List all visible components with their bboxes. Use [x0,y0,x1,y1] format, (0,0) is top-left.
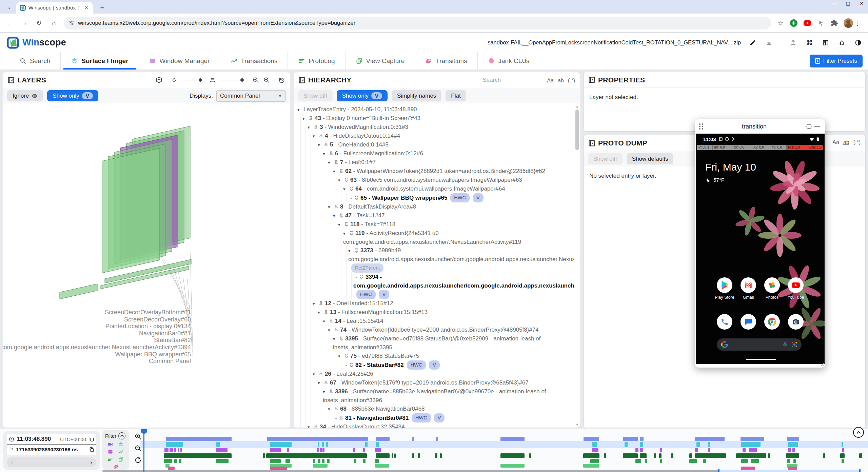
match-word-icon[interactable]: ab [558,78,564,84]
hierarchy-node[interactable]: ▾64 - com.android.systemui.wallpapers.Im… [294,184,574,193]
pin-icon[interactable] [329,389,333,394]
trace-segment[interactable] [786,453,799,458]
trace-segment[interactable] [376,453,390,458]
reload-icon[interactable]: ↻ [33,17,45,29]
trace-segment[interactable] [640,448,643,452]
tab-jank-cujs[interactable]: Jank CUJs [477,52,540,70]
panel-dock-icon[interactable] [8,77,14,83]
pin-icon[interactable] [339,169,343,174]
timeline-track-window-manager[interactable] [146,448,863,452]
layers-3d-view[interactable] [3,104,290,428]
timeline-track-protolog[interactable] [146,459,863,463]
extension-green-icon[interactable] [789,19,798,27]
window-manager-icon[interactable] [107,449,113,455]
match-word-icon[interactable]: ab [843,139,849,145]
trace-segment[interactable] [689,459,697,463]
trace-segment[interactable] [500,437,525,441]
window-maximize-icon[interactable]: ▢ [845,1,851,6]
trace-segment[interactable] [640,453,647,458]
extensions-puzzle-icon[interactable] [830,19,839,27]
trace-segment[interactable] [736,453,766,458]
trace-segment[interactable] [583,453,599,458]
tab-window-manager[interactable]: Window Manager [139,52,220,70]
panel-dock-icon[interactable] [589,140,595,146]
trace-segment[interactable] [166,442,183,447]
trace-segment[interactable] [749,448,757,452]
trace-segment[interactable] [842,459,844,463]
filter-collapse-icon[interactable] [118,432,125,439]
hierarchy-node[interactable]: •82 - StatusBar#82HWCV [294,360,574,370]
hierarchy-node[interactable]: ▾3396 - Surface(name=885b63e NavigationB… [294,387,574,405]
trace-segment[interactable] [751,459,759,463]
forward-icon[interactable]: → [18,17,30,29]
pin-icon[interactable] [349,363,354,368]
timeline-track-surface-flinger[interactable] [146,442,863,447]
collapse-arrow-icon[interactable]: ▾ [313,132,319,140]
collapse-arrow-icon[interactable]: ▾ [333,335,339,343]
hierarchy-node[interactable]: ▾LayerTraceEntry - 2024-05-10, 11:03:48.… [294,105,574,114]
google-search-bar[interactable] [717,338,802,351]
reset-zoom-icon[interactable] [134,456,142,464]
shortcuts-icon[interactable]: ⌘ [805,38,814,47]
tab-close-icon[interactable]: × [83,5,90,11]
displays-dropdown[interactable]: Common Panel ▼ [216,90,286,102]
rotation-slider[interactable] [181,80,205,80]
trace-segment[interactable] [604,453,606,458]
collapse-arrow-icon[interactable]: ▾ [333,167,339,176]
collapse-arrow-icon[interactable]: ▾ [318,379,324,387]
pin-icon[interactable] [314,425,318,428]
layer-label[interactable]: ScreenDecorOverlay#60 [124,316,191,323]
trace-segment[interactable] [412,437,414,441]
app-icon-photos[interactable] [764,277,780,293]
hierarchy-node[interactable]: ▾3395 - Surface(name=ed70f88 StatusBar)/… [294,334,574,352]
trace-segment[interactable] [660,459,662,463]
hierarchy-node[interactable]: ▾63 - 8fb0ec5 com.android.systemui.wallp… [294,176,574,184]
trace-segment[interactable] [440,453,442,458]
hierarchy-node[interactable]: ▾8 - DefaultTaskDisplayArea#8 [294,202,574,211]
collapse-arrow-icon[interactable]: ▾ [343,229,349,238]
show-diff-button[interactable]: Show diff [298,90,333,101]
tab-view-capture[interactable]: View Capture [345,52,415,70]
trace-segment[interactable] [788,442,798,447]
pin-icon[interactable] [329,319,333,323]
reset-view-icon[interactable] [278,77,285,83]
trace-segment[interactable] [654,453,656,458]
edit-icon[interactable] [748,38,757,47]
trace-segment[interactable] [671,453,673,458]
trace-segment[interactable] [164,453,232,458]
trace-segment[interactable] [170,448,173,452]
bookmark-star-icon[interactable]: ☆ [776,19,785,27]
hierarchy-node[interactable]: •65 - Wallpaper BBQ wrapper#65HWCV [294,193,574,202]
trace-segment[interactable] [592,442,597,447]
collapse-arrow-icon[interactable]: ▾ [308,423,314,428]
trace-segment[interactable] [164,448,169,452]
trace-segment[interactable] [365,442,368,447]
trace-segment[interactable] [743,448,746,452]
simplify-names-button[interactable]: Simplify names [392,90,441,101]
back-icon[interactable]: ← [3,17,15,29]
hierarchy-node[interactable]: ▾3373 - 6989b49 com.google.android.apps.… [294,246,574,273]
pin-icon[interactable] [319,134,323,138]
browser-menu-icon[interactable]: ⋮ [854,19,861,27]
collapse-arrow-icon[interactable]: ▾ [328,203,334,211]
regex-icon[interactable]: (.*) [568,78,575,84]
trace-segment[interactable] [327,459,330,463]
pin-icon[interactable] [344,222,349,227]
browser-tab[interactable]: Winscope | sandbox-FAIL × [16,2,93,14]
view-capture-icon[interactable] [118,456,124,462]
trace-segment[interactable] [623,453,638,458]
trace-segment[interactable] [267,437,368,441]
show-only-button[interactable]: Show only V [47,90,98,101]
trace-segment[interactable] [375,459,379,463]
trace-segment[interactable] [354,459,356,463]
trace-segment[interactable] [787,459,790,463]
trace-segment[interactable] [168,467,175,470]
transition-window[interactable]: transition — 11:03 [695,119,825,368]
trace-segment[interactable] [270,459,281,463]
hierarchy-node[interactable]: ▾5 - OneHanded:0:14#5 [294,140,574,149]
trace-segment[interactable] [412,453,414,458]
trace-segment[interactable] [640,442,643,447]
surface-flinger-icon[interactable] [118,441,124,447]
trace-segment[interactable] [741,459,748,463]
match-case-icon[interactable]: Aa [547,78,554,84]
